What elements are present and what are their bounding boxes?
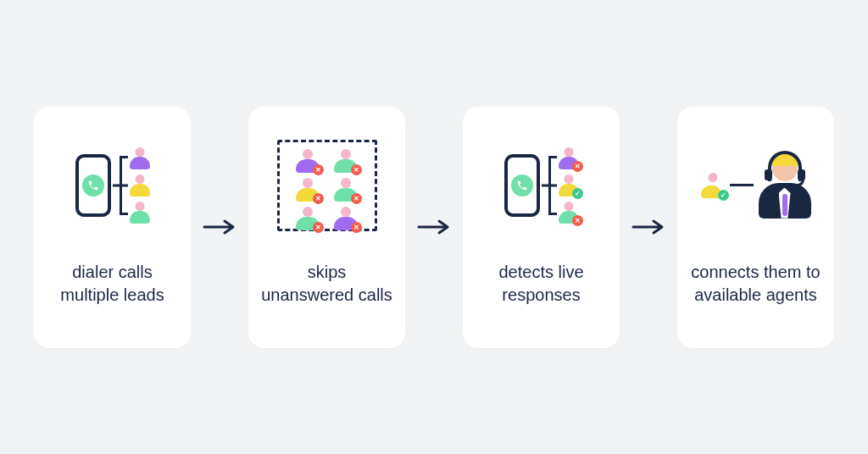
arrow-right-icon [415, 208, 453, 246]
step-card-4: ✓ connects them to available agents [677, 107, 834, 348]
lead-person-icon: ✓ [559, 174, 579, 197]
phone-icon [504, 154, 540, 217]
dialer-process-flow: dialer calls multiple leads ✕ ✕ ✕ ✕ ✕ ✕ … [34, 107, 834, 348]
unanswered-group-icon: ✕ ✕ ✕ ✕ ✕ ✕ [277, 140, 377, 231]
check-badge-icon: ✓ [572, 188, 583, 199]
phone-icon [75, 154, 111, 217]
phone-call-icon [511, 174, 533, 197]
step-card-3: ✕ ✓ ✕ detects live responses [463, 107, 620, 348]
arrow-right-icon [201, 208, 238, 246]
lead-person-icon: ✕ [559, 147, 579, 169]
leads-status-group: ✕ ✓ ✕ [559, 147, 579, 224]
step-card-2: ✕ ✕ ✕ ✕ ✕ ✕ skips unanswered calls [248, 107, 405, 348]
lead-person-icon [130, 147, 150, 169]
lead-person-icon: ✕ [296, 178, 320, 202]
step-caption: dialer calls multiple leads [46, 261, 179, 307]
step-3-illustration: ✕ ✓ ✕ [475, 130, 608, 241]
leads-group [130, 147, 150, 224]
x-badge-icon: ✕ [572, 161, 583, 172]
step-caption: skips unanswered calls [260, 261, 393, 307]
agent-icon [759, 152, 811, 219]
x-badge-icon: ✕ [351, 164, 362, 175]
step-caption: connects them to available agents [689, 261, 822, 307]
x-badge-icon: ✕ [351, 222, 362, 233]
lead-person-icon [130, 174, 150, 197]
lead-person-icon: ✕ [334, 207, 358, 230]
lead-person-icon [130, 202, 150, 224]
step-2-illustration: ✕ ✕ ✕ ✕ ✕ ✕ [260, 130, 393, 241]
phone-call-icon [82, 174, 104, 197]
step-1-illustration [46, 130, 179, 241]
connect-to-agent-icon: ✓ [701, 152, 811, 219]
lead-person-icon: ✕ [334, 149, 358, 173]
bracket-connector-icon [542, 151, 557, 220]
step-card-1: dialer calls multiple leads [34, 107, 191, 348]
lead-person-icon: ✓ [701, 173, 725, 198]
x-badge-icon: ✕ [313, 164, 324, 175]
x-badge-icon: ✕ [313, 222, 324, 233]
lead-person-icon: ✕ [296, 149, 320, 173]
lead-person-icon: ✕ [296, 207, 320, 230]
check-badge-icon: ✓ [718, 190, 729, 201]
x-badge-icon: ✕ [313, 193, 324, 204]
x-badge-icon: ✕ [572, 215, 583, 226]
step-4-illustration: ✓ [689, 130, 822, 241]
lead-person-icon: ✕ [559, 202, 579, 224]
connection-line-icon [730, 184, 754, 186]
lead-person-icon: ✕ [334, 178, 358, 202]
step-caption: detects live responses [475, 261, 608, 307]
bracket-connector-icon [113, 151, 128, 220]
arrow-right-icon [630, 208, 667, 246]
x-badge-icon: ✕ [351, 193, 362, 204]
